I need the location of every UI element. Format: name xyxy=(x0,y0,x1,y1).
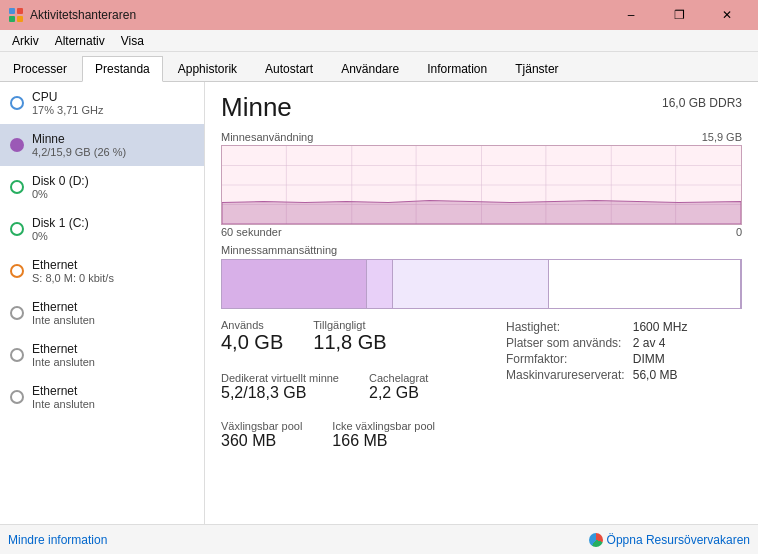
title-bar: Aktivitetshanteraren – ❐ ✕ xyxy=(0,0,758,30)
close-button[interactable]: ✕ xyxy=(704,0,750,30)
menu-visa[interactable]: Visa xyxy=(113,30,152,52)
ethernet1-icon xyxy=(10,306,24,320)
memory-composition-chart xyxy=(221,259,742,309)
chart-time-start: 60 sekunder xyxy=(221,226,282,238)
right-panel: Minne 16,0 GB DDR3 Minnesanvändning 15,9… xyxy=(205,82,758,524)
resmon-link[interactable]: Öppna Resursövervakaren xyxy=(589,533,750,547)
tab-information[interactable]: Information xyxy=(414,55,500,81)
ethernet2-icon xyxy=(10,348,24,362)
svg-rect-3 xyxy=(17,16,23,22)
mem-composition-label: Minnessammansättning xyxy=(221,244,742,256)
ethernet0-icon xyxy=(10,264,24,278)
main-content: CPU 17% 3,71 GHz Minne 4,2/15,9 GB (26 %… xyxy=(0,82,758,524)
disk1-icon xyxy=(10,222,24,236)
stat-speed-row: Hastighet: 1600 MHz xyxy=(502,319,691,335)
mem-usage-label: Minnesanvändning xyxy=(221,131,313,143)
menu-bar: Arkiv Alternativ Visa xyxy=(0,30,758,52)
svg-rect-2 xyxy=(9,16,15,22)
comp-free xyxy=(549,260,741,308)
mem-usage-max: 15,9 GB xyxy=(702,131,742,143)
tab-tjanster[interactable]: Tjänster xyxy=(502,55,571,81)
tab-apphistorik[interactable]: Apphistorik xyxy=(165,55,250,81)
sidebar: CPU 17% 3,71 GHz Minne 4,2/15,9 GB (26 %… xyxy=(0,82,205,524)
memory-chart-svg xyxy=(222,146,741,224)
restore-button[interactable]: ❐ xyxy=(656,0,702,30)
stats-left: Används 4,0 GB Tillgängligt 11,8 GB Dedi… xyxy=(221,319,502,460)
resmon-label: Öppna Resursövervakaren xyxy=(607,533,750,547)
stat-dedicated: Dedikerat virtuellt minne 5,2/18,3 GB xyxy=(221,372,339,402)
stat-reserved-row: Maskinvarureserverat: 56,0 MB xyxy=(502,367,691,383)
svg-marker-14 xyxy=(222,201,741,224)
sidebar-item-disk0[interactable]: Disk 0 (D:) 0% xyxy=(0,166,204,208)
chart-time-end: 0 xyxy=(736,226,742,238)
memory-chart xyxy=(221,145,742,225)
less-info-label: Mindre information xyxy=(8,533,107,547)
svg-rect-1 xyxy=(17,8,23,14)
panel-header: Minne 16,0 GB DDR3 xyxy=(221,92,742,123)
window-controls: – ❐ ✕ xyxy=(608,0,750,30)
minimize-button[interactable]: – xyxy=(608,0,654,30)
sidebar-item-ethernet3[interactable]: Ethernet Inte ansluten xyxy=(0,376,204,418)
tab-bar: Processer Prestanda Apphistorik Autostar… xyxy=(0,52,758,82)
mem-usage-label-row: Minnesanvändning 15,9 GB xyxy=(221,131,742,143)
stat-cached: Cachelagrat 2,2 GB xyxy=(369,372,428,402)
app-title: Aktivitetshanteraren xyxy=(30,8,136,22)
app-icon xyxy=(8,7,24,23)
mem-spec: 16,0 GB DDR3 xyxy=(662,96,742,110)
sidebar-item-disk1[interactable]: Disk 1 (C:) 0% xyxy=(0,208,204,250)
stats-right: Hastighet: 1600 MHz Platser som används:… xyxy=(502,319,742,460)
chart-time-label-row: 60 sekunder 0 xyxy=(221,226,742,238)
menu-alternativ[interactable]: Alternativ xyxy=(47,30,113,52)
stat-slots-row: Platser som används: 2 av 4 xyxy=(502,335,691,351)
stat-used: Används 4,0 GB xyxy=(221,319,283,354)
tab-prestanda[interactable]: Prestanda xyxy=(82,56,163,82)
panel-title: Minne xyxy=(221,92,292,123)
tab-processer[interactable]: Processer xyxy=(0,55,80,81)
memory-usage-section: Minnesanvändning 15,9 GB xyxy=(221,131,742,238)
sidebar-item-memory[interactable]: Minne 4,2/15,9 GB (26 %) xyxy=(0,124,204,166)
sidebar-item-cpu[interactable]: CPU 17% 3,71 GHz xyxy=(0,82,204,124)
comp-used xyxy=(222,260,367,308)
comp-standby xyxy=(393,260,549,308)
less-info-link[interactable]: Mindre information xyxy=(8,533,107,547)
sidebar-item-ethernet0[interactable]: Ethernet S: 8,0 M: 0 kbit/s xyxy=(0,250,204,292)
memory-icon xyxy=(10,138,24,152)
sidebar-item-ethernet1[interactable]: Ethernet Inte ansluten xyxy=(0,292,204,334)
tab-autostart[interactable]: Autostart xyxy=(252,55,326,81)
tab-anvandare[interactable]: Användare xyxy=(328,55,412,81)
comp-modified xyxy=(367,260,393,308)
stat-formfactor-row: Formfaktor: DIMM xyxy=(502,351,691,367)
disk0-icon xyxy=(10,180,24,194)
cpu-icon xyxy=(10,96,24,110)
resmon-icon xyxy=(589,533,603,547)
stat-non-swappable: Icke växlingsbar pool 166 MB xyxy=(332,420,435,450)
title-bar-left: Aktivitetshanteraren xyxy=(8,7,136,23)
sidebar-item-ethernet2[interactable]: Ethernet Inte ansluten xyxy=(0,334,204,376)
stat-available: Tillgängligt 11,8 GB xyxy=(313,319,386,354)
stat-swappable: Växlingsbar pool 360 MB xyxy=(221,420,302,450)
bottom-bar: Mindre information Öppna Resursövervakar… xyxy=(0,524,758,554)
svg-rect-0 xyxy=(9,8,15,14)
ethernet3-icon xyxy=(10,390,24,404)
stats-grid: Används 4,0 GB Tillgängligt 11,8 GB Dedi… xyxy=(221,319,742,460)
menu-arkiv[interactable]: Arkiv xyxy=(4,30,47,52)
